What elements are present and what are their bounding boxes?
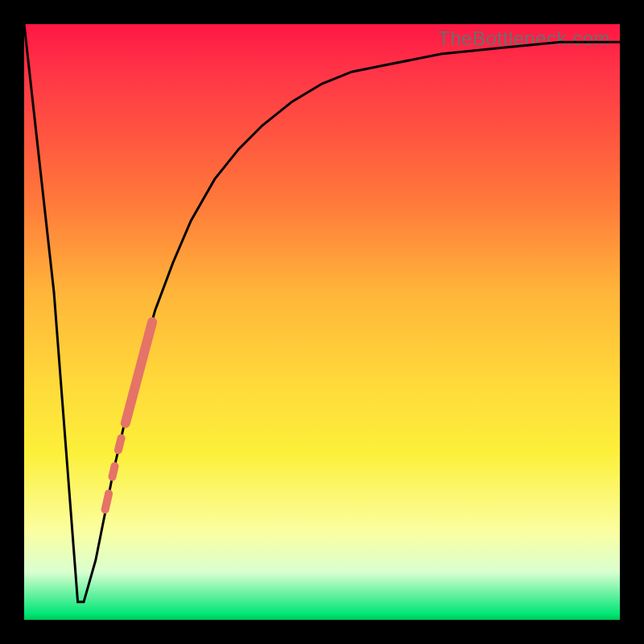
bottleneck-curve-path [24,24,620,602]
chart-frame: TheBottleneck.com [0,0,644,644]
highlight-dot-3 [105,493,109,510]
highlight-thick [126,322,152,423]
highlight-dot-1 [118,438,122,450]
chart-svg [24,24,620,620]
plot-area: TheBottleneck.com [24,24,620,620]
highlight-dot-2 [113,466,115,477]
